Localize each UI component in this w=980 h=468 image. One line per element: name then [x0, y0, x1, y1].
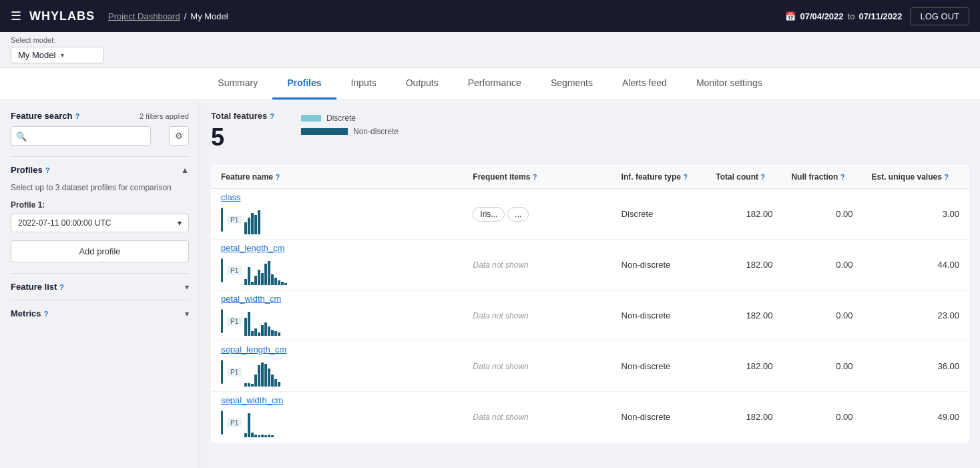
feature-name-link[interactable]: class	[221, 192, 454, 202]
inf-type-cell: Non-discrete	[612, 341, 707, 392]
model-dropdown[interactable]: My Model ▾	[11, 47, 104, 63]
tab-segments[interactable]: Segments	[536, 68, 607, 99]
date-range: 📅 07/04/2022 to 07/11/2022	[785, 11, 902, 21]
divider-line	[221, 258, 223, 282]
profiles-section-header[interactable]: Profiles ? ▲	[11, 162, 189, 178]
histogram	[244, 258, 287, 285]
feature-list-header[interactable]: Feature list ? ▾	[11, 279, 189, 294]
table-row: class P1 Iris......Discrete182.000.003.0…	[212, 189, 969, 240]
tab-monitor-settings[interactable]: Monitor settings	[682, 68, 777, 99]
col-frequent-items: Frequent items ?	[463, 166, 611, 189]
feature-name-link[interactable]: petal_length_cm	[221, 243, 454, 253]
table-row: sepal_width_cm P1 Data not shownNon-disc…	[212, 392, 969, 443]
hist-bar	[251, 384, 254, 387]
hist-bar	[268, 435, 270, 437]
profile-label-row: P1	[221, 205, 454, 234]
profile1-label: Profile 1:	[11, 200, 189, 210]
metrics-header[interactable]: Metrics ? ▾	[11, 306, 189, 321]
profile1-select-row: 2022-07-11 00:00:00 UTC ▾	[11, 214, 189, 232]
col-total-count: Total count ?	[706, 166, 782, 189]
total-count-cell: 182.00	[706, 189, 782, 240]
feature-list-help-icon[interactable]: ?	[59, 283, 64, 291]
metrics-help-icon[interactable]: ?	[44, 310, 49, 318]
date-to-label: to	[848, 11, 855, 21]
divider-line	[221, 360, 223, 384]
discrete-color-bar	[301, 115, 321, 122]
total-features-info: Total features ? 5	[211, 111, 274, 152]
hist-bar	[254, 375, 257, 387]
profile1-dropdown[interactable]: 2022-07-11 00:00:00 UTC ▾	[11, 214, 189, 232]
filter-button[interactable]: ⚙	[169, 126, 189, 146]
profiles-content: Select up to 3 dataset profiles for comp…	[11, 178, 189, 268]
data-not-shown: Data not shown	[473, 260, 528, 270]
hist-bar	[274, 331, 277, 336]
profile-label-row: P1	[221, 306, 454, 336]
inf-type-cell: Discrete	[612, 189, 707, 240]
menu-icon[interactable]: ☰	[11, 9, 21, 23]
frequent-item-tag: ...	[507, 207, 529, 222]
tab-performance[interactable]: Performance	[453, 68, 536, 99]
frequent-items-help-icon[interactable]: ?	[533, 173, 537, 181]
hist-bar	[248, 267, 250, 285]
date-from: 07/04/2022	[800, 11, 843, 21]
calendar-icon: 📅	[785, 11, 796, 21]
hist-bar	[244, 279, 247, 285]
hist-bar	[268, 261, 270, 285]
model-name: My Model	[18, 50, 55, 60]
inf-type-cell: Non-discrete	[612, 240, 707, 290]
metrics-collapse-icon: ▾	[185, 309, 189, 318]
col-feature-name: Feature name ?	[212, 166, 464, 189]
feature-name-link[interactable]: sepal_length_cm	[221, 344, 454, 355]
tab-outputs[interactable]: Outputs	[391, 68, 453, 99]
hist-bar	[271, 435, 274, 437]
profiles-title: Profiles ?	[11, 165, 49, 175]
table-row: petal_width_cm P1 Data not shownNon-disc…	[212, 290, 969, 341]
feature-list-title: Feature list ?	[11, 282, 64, 292]
feature-search-help-icon[interactable]: ?	[75, 112, 80, 120]
null-fraction-cell: 0.00	[782, 240, 862, 290]
null-fraction-help-icon[interactable]: ?	[840, 173, 845, 181]
tab-alerts-feed[interactable]: Alerts feed	[607, 68, 682, 99]
hist-bar	[254, 215, 257, 234]
filter-icon: ⚙	[175, 131, 183, 141]
logout-button[interactable]: LOG OUT	[910, 7, 969, 25]
profiles-description: Select up to 3 dataset profiles for comp…	[11, 183, 189, 192]
profiles-help-icon[interactable]: ?	[45, 166, 50, 174]
hist-bar	[258, 210, 260, 234]
feature-name-link[interactable]: sepal_width_cm	[221, 395, 454, 405]
inf-type-help-icon[interactable]: ?	[683, 173, 688, 181]
breadcrumb-project[interactable]: Project Dashboard	[108, 11, 180, 21]
col-null-fraction: Null fraction ?	[782, 166, 862, 189]
hist-bar	[271, 274, 274, 285]
breadcrumb-separator: /	[184, 11, 187, 21]
tab-profiles[interactable]: Profiles	[272, 68, 336, 99]
feature-name-cell: sepal_width_cm P1	[212, 392, 464, 443]
tab-inputs[interactable]: Inputs	[336, 68, 391, 99]
discrete-label: Discrete	[326, 113, 356, 123]
est-unique-cell: 36.00	[863, 341, 969, 392]
hist-bar	[248, 383, 250, 387]
frequent-items-cell: Data not shown	[463, 290, 611, 341]
tab-summary[interactable]: Summary	[203, 68, 272, 99]
feature-name-cell: petal_length_cm P1	[212, 240, 464, 290]
hist-bar	[268, 326, 270, 336]
hist-bar	[261, 325, 264, 336]
total-features-help-icon[interactable]: ?	[270, 112, 274, 120]
hist-bar	[248, 312, 250, 336]
hist-bar	[254, 435, 257, 437]
legend-nondiscrete: Non-discrete	[301, 127, 399, 136]
feature-name-help-icon[interactable]: ?	[275, 173, 280, 181]
hist-bar	[264, 435, 267, 437]
feature-name-link[interactable]: petal_width_cm	[221, 294, 454, 304]
total-count-help-icon[interactable]: ?	[760, 173, 765, 181]
est-unique-cell: 3.00	[863, 189, 969, 240]
frequent-items-cell: Iris......	[463, 189, 611, 240]
profile1-value: 2022-07-11 00:00:00 UTC	[18, 218, 111, 228]
hist-bar	[254, 276, 257, 285]
features-legend: Discrete Non-discrete	[301, 111, 399, 136]
search-input[interactable]	[11, 126, 151, 146]
histogram	[244, 360, 280, 387]
sidebar: Feature search ? 2 filters applied 🔍 ⚙ P…	[0, 100, 200, 468]
add-profile-button[interactable]: Add profile	[11, 240, 189, 262]
est-unique-help-icon[interactable]: ?	[944, 173, 949, 181]
